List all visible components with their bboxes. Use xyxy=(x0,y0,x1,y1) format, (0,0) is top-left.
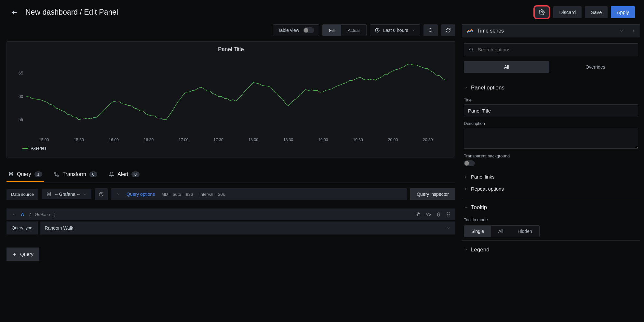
svg-rect-19 xyxy=(55,172,56,174)
svg-text:16:00: 16:00 xyxy=(109,138,119,142)
svg-text:19:00: 19:00 xyxy=(318,138,328,142)
table-view-toggle[interactable]: Table view xyxy=(273,24,319,36)
section-header-tooltip[interactable]: Tooltip xyxy=(464,202,638,213)
datasource-help[interactable] xyxy=(95,188,108,200)
svg-point-31 xyxy=(470,48,473,51)
settings-button[interactable] xyxy=(533,5,550,19)
svg-text:20:00: 20:00 xyxy=(388,138,398,142)
repeat-options-row[interactable]: Repeat options xyxy=(464,183,638,195)
zoom-out-icon xyxy=(428,28,433,33)
panel-links-row[interactable]: Panel links xyxy=(464,171,638,183)
repeat-options-label: Repeat options xyxy=(471,186,504,192)
legend-item[interactable]: A-series xyxy=(13,146,449,151)
query-tabs: Query 1 Transform 0 Alert 0 xyxy=(7,168,455,182)
query-ds-name: (-- Grafana --) xyxy=(29,212,55,217)
tooltip-mode-all[interactable]: All xyxy=(491,226,511,237)
chevron-right-icon xyxy=(116,192,120,196)
query-row[interactable]: A (-- Grafana --) xyxy=(7,208,455,220)
back-button[interactable] xyxy=(9,7,20,18)
transform-icon xyxy=(54,172,59,177)
svg-point-28 xyxy=(449,214,450,215)
description-field-label: Description xyxy=(464,121,638,126)
section-legend: Legend xyxy=(462,241,640,259)
query-type-value: Random Walk xyxy=(45,225,73,231)
svg-text:65: 65 xyxy=(19,71,23,75)
tab-alert-badge: 0 xyxy=(131,171,140,177)
subtab-all[interactable]: All xyxy=(464,61,549,73)
search-icon xyxy=(469,47,474,52)
query-options-link[interactable]: Query options xyxy=(127,192,155,197)
section-header-legend[interactable]: Legend xyxy=(464,244,638,256)
tab-transform-label: Transform xyxy=(62,171,86,177)
datasource-select[interactable]: -- Grafana -- xyxy=(42,189,91,199)
trash-icon[interactable] xyxy=(436,212,441,217)
editor-header: New dashboard / Edit Panel Discard Save … xyxy=(0,0,644,24)
help-icon xyxy=(99,192,104,197)
drag-handle-icon[interactable] xyxy=(446,212,450,217)
svg-text:16:30: 16:30 xyxy=(144,138,154,142)
panel-title: Panel Title xyxy=(13,46,449,53)
title-field-label: Title xyxy=(464,98,638,102)
transparent-toggle[interactable] xyxy=(464,160,475,166)
chevron-down-icon xyxy=(446,226,450,230)
query-letter: A xyxy=(21,212,24,217)
svg-point-18 xyxy=(9,172,13,173)
options-search[interactable] xyxy=(464,43,638,56)
svg-point-30 xyxy=(449,216,450,217)
actual-button[interactable]: Actual xyxy=(341,25,366,36)
eye-icon[interactable] xyxy=(426,212,431,217)
tab-alert[interactable]: Alert 0 xyxy=(107,168,141,182)
description-input[interactable] xyxy=(464,128,638,149)
tooltip-mode-hidden[interactable]: Hidden xyxy=(510,226,539,237)
svg-text:15:30: 15:30 xyxy=(74,138,84,142)
svg-point-25 xyxy=(447,212,448,213)
query-type-select[interactable]: Random Walk xyxy=(40,221,455,235)
chevron-down-icon xyxy=(464,86,468,90)
svg-text:20:30: 20:30 xyxy=(423,138,433,142)
options-subtabs: All Overrides xyxy=(464,61,638,73)
timeseries-icon xyxy=(467,28,473,34)
visualization-picker[interactable]: Time series xyxy=(462,24,640,37)
chevron-right-icon[interactable] xyxy=(631,29,635,33)
tooltip-mode-single[interactable]: Single xyxy=(464,226,491,237)
section-header-panel-options[interactable]: Panel options xyxy=(464,82,638,94)
viz-name: Time series xyxy=(477,28,616,34)
svg-text:60: 60 xyxy=(19,94,23,99)
query-inspector-button[interactable]: Query inspector xyxy=(410,188,455,200)
fill-button[interactable]: Fill xyxy=(323,25,341,36)
svg-point-26 xyxy=(449,212,450,213)
search-input[interactable] xyxy=(478,47,633,52)
chart-area[interactable]: 55606515:0015:3016:0016:3017:0017:3018:0… xyxy=(13,56,449,154)
zoom-out-button[interactable] xyxy=(423,24,438,36)
subtab-overrides[interactable]: Overrides xyxy=(553,61,638,73)
svg-text:18:30: 18:30 xyxy=(283,138,293,142)
title-input[interactable] xyxy=(464,104,638,117)
plus-icon xyxy=(12,252,17,257)
datasource-value: -- Grafana -- xyxy=(55,192,80,197)
save-button[interactable]: Save xyxy=(585,6,608,18)
tab-query-label: Query xyxy=(17,171,31,177)
legend-color-icon xyxy=(22,148,28,149)
tab-alert-label: Alert xyxy=(117,171,128,177)
bell-icon xyxy=(109,172,114,177)
line-chart: 55606515:0015:3016:0016:3017:0017:3018:0… xyxy=(13,56,449,144)
timerange-picker[interactable]: Last 6 hours xyxy=(370,24,420,36)
query-options-bar: Query options MD = auto = 936 Interval =… xyxy=(111,188,407,200)
svg-rect-23 xyxy=(418,214,420,216)
apply-button[interactable]: Apply xyxy=(611,6,635,18)
tooltip-mode-label: Tooltip mode xyxy=(464,217,638,222)
svg-point-27 xyxy=(447,214,448,215)
svg-text:17:30: 17:30 xyxy=(213,138,223,142)
fill-actual-group: Fill Actual xyxy=(322,24,367,36)
copy-icon[interactable] xyxy=(416,212,421,217)
tooltip-mode-group: Single All Hidden xyxy=(464,225,540,237)
chevron-right-icon xyxy=(464,175,468,179)
refresh-icon xyxy=(446,28,451,33)
svg-point-29 xyxy=(447,216,448,217)
tab-query[interactable]: Query 1 xyxy=(7,168,44,182)
add-query-button[interactable]: Query xyxy=(7,248,39,261)
database-icon xyxy=(8,172,14,177)
discard-button[interactable]: Discard xyxy=(553,6,582,18)
refresh-button[interactable] xyxy=(441,24,455,36)
tab-transform[interactable]: Transform 0 xyxy=(52,168,99,182)
